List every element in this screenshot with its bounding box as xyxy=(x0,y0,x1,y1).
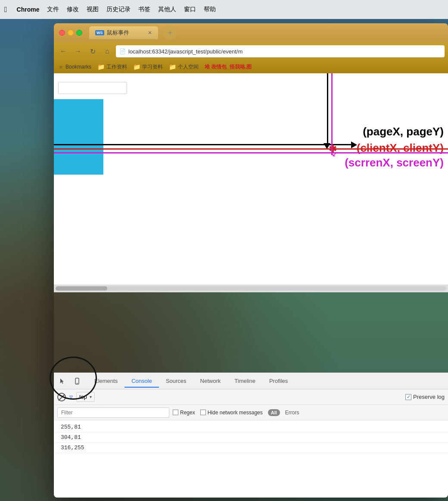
devtools-panel: Elements Console Sources Network Timelin… xyxy=(54,373,448,498)
menu-history[interactable]: 历史记录 xyxy=(106,6,131,13)
star-icon: ★ xyxy=(58,63,64,70)
menu-view[interactable]: 视图 xyxy=(87,6,99,13)
desktop: WS 鼠标事件 ✕ + ← → ↻ ⌂ 📄 localhost:63342/ja… xyxy=(0,19,448,501)
bookmark-study-label: 学习资料 xyxy=(142,63,163,71)
new-tab-button[interactable]: + xyxy=(163,26,177,40)
filter-bar: Regex Hide network messages All Errors xyxy=(54,405,448,420)
errors-label[interactable]: Errors xyxy=(285,410,299,416)
purple-horizontal-line xyxy=(54,152,448,153)
bookmark-special[interactable]: 堆 表情包_怪我咯,图 xyxy=(205,63,252,71)
regex-label: Regex xyxy=(180,410,195,416)
bookmark-personal[interactable]: 📁 个人空间 xyxy=(169,63,199,71)
blue-demo-box xyxy=(54,99,103,175)
scrollbar-area[interactable] xyxy=(54,285,448,292)
console-line-2: 304,81 xyxy=(54,432,448,443)
preserve-log-label: Preserve log xyxy=(413,394,445,400)
browser-navbar: ← → ↻ ⌂ 📄 localhost:63342/javascript_tes… xyxy=(54,42,448,60)
purple-vertical-line xyxy=(331,73,333,155)
bookmark-study[interactable]: 📁 学习资料 xyxy=(133,63,163,71)
hide-network-check-item[interactable]: Hide network messages xyxy=(200,410,263,416)
console-bar: ▿ top ▾ ✓ Preserve log xyxy=(54,389,448,405)
bookmark-work[interactable]: 📁 工作资料 xyxy=(97,63,127,71)
back-button[interactable]: ← xyxy=(57,45,69,57)
tab-timeline[interactable]: Timeline xyxy=(227,375,262,388)
devtools-cursor-icon[interactable] xyxy=(56,375,68,387)
traffic-lights xyxy=(59,30,82,36)
filter-icon[interactable]: ▿ xyxy=(69,393,73,401)
console-line-1: 255,81 xyxy=(54,422,448,432)
browser-tab[interactable]: WS 鼠标事件 ✕ xyxy=(89,26,158,39)
preserve-log-group[interactable]: ✓ Preserve log xyxy=(405,394,445,400)
close-button[interactable] xyxy=(59,30,65,36)
bookmark-personal-label: 个人空间 xyxy=(178,63,199,71)
menu-help[interactable]: 帮助 xyxy=(204,6,216,13)
tab-close-icon[interactable]: ✕ xyxy=(148,30,152,36)
url-page-icon: 📄 xyxy=(119,48,126,54)
devtools-toolbar: Elements Console Sources Network Timelin… xyxy=(54,373,448,389)
tab-network[interactable]: Network xyxy=(193,375,228,388)
tab-elements[interactable]: Elements xyxy=(87,375,124,388)
folder-icon-1: 📁 xyxy=(97,63,105,70)
bookmarks-label[interactable]: ★ Bookmarks xyxy=(58,63,91,70)
menu-bookmarks[interactable]: 书签 xyxy=(138,6,150,13)
folder-icon-2: 📁 xyxy=(133,63,140,70)
browser-window: WS 鼠标事件 ✕ + ← → ↻ ⌂ 📄 localhost:63342/ja… xyxy=(54,23,448,498)
dropdown-arrow-icon: ▾ xyxy=(90,395,92,399)
browser-titlebar: WS 鼠标事件 ✕ + xyxy=(54,23,448,42)
devtools-mobile-icon[interactable] xyxy=(71,375,83,387)
menu-chrome[interactable]: Chrome xyxy=(17,6,40,13)
home-button[interactable]: ⌂ xyxy=(101,45,113,57)
context-dropdown-value: top xyxy=(79,394,87,400)
bookmark-special-label: 堆 表情包_怪我咯,图 xyxy=(205,63,252,71)
ws-badge: WS xyxy=(95,30,104,35)
folder-icon-3: 📁 xyxy=(169,63,176,70)
tab-title: 鼠标事件 xyxy=(107,29,129,37)
menu-bar:  Chrome 文件 修改 视图 历史记录 书签 其他人 窗口 帮助 xyxy=(0,0,448,19)
menu-window[interactable]: 窗口 xyxy=(184,6,196,13)
page-content: (pageX, pageY) (clientX, clientY) (scrre… xyxy=(54,73,448,285)
tab-sources[interactable]: Sources xyxy=(159,375,193,388)
black-arrowhead-right xyxy=(351,141,357,148)
no-entry-icon[interactable] xyxy=(57,393,66,401)
console-line-3: 316,255 xyxy=(54,443,448,453)
tab-console[interactable]: Console xyxy=(124,375,159,388)
hide-network-checkbox[interactable] xyxy=(200,410,206,415)
scrollbar-thumb[interactable] xyxy=(56,286,107,291)
hide-network-label: Hide network messages xyxy=(208,410,263,416)
page-content-area: (pageX, pageY) (clientX, clientY) (scrre… xyxy=(54,73,448,285)
url-bar[interactable]: 📄 localhost:63342/javascript_test/public… xyxy=(116,45,445,57)
maximize-button[interactable] xyxy=(76,30,82,36)
url-text: localhost:63342/javascript_test/public/e… xyxy=(128,48,243,55)
minimize-button[interactable] xyxy=(68,30,74,36)
forward-button[interactable]: → xyxy=(72,45,84,57)
apple-menu[interactable]:  xyxy=(4,5,7,14)
bookmark-work-label: 工作资料 xyxy=(106,63,127,71)
bookmarks-bar: ★ Bookmarks 📁 工作资料 📁 学习资料 📁 个人空间 堆 表情包_怪… xyxy=(54,60,448,73)
filter-options: Regex Hide network messages All Errors xyxy=(173,409,299,416)
menu-people[interactable]: 其他人 xyxy=(158,6,176,13)
pagexy-label: (pageX, pageY) xyxy=(363,125,444,138)
screenxy-label: (scrrenX, screenY) xyxy=(345,156,444,169)
tab-profiles[interactable]: Profiles xyxy=(262,375,295,388)
preserve-log-checkbox[interactable]: ✓ xyxy=(405,394,411,400)
red-horizontal-line xyxy=(54,148,448,150)
black-horizontal-line xyxy=(54,144,353,145)
bookmarks-text: Bookmarks xyxy=(65,64,91,70)
reload-button[interactable]: ↻ xyxy=(87,45,99,57)
devtools-tabs: Elements Console Sources Network Timelin… xyxy=(86,373,445,389)
svg-point-1 xyxy=(77,383,78,384)
context-dropdown[interactable]: top ▾ xyxy=(76,392,95,402)
menu-file[interactable]: 文件 xyxy=(47,6,59,13)
console-output: 255,81 304,81 316,255 xyxy=(54,420,448,498)
black-vertical-line xyxy=(327,73,328,146)
purple-indicator: ↙ xyxy=(332,149,338,159)
page-input-box[interactable] xyxy=(58,82,127,94)
menu-edit[interactable]: 修改 xyxy=(67,6,79,13)
all-badge[interactable]: All xyxy=(268,409,280,416)
scrollbar-track[interactable] xyxy=(56,286,446,291)
regex-checkbox[interactable] xyxy=(173,410,178,415)
filter-input[interactable] xyxy=(57,407,169,418)
regex-check-item[interactable]: Regex xyxy=(173,410,195,416)
